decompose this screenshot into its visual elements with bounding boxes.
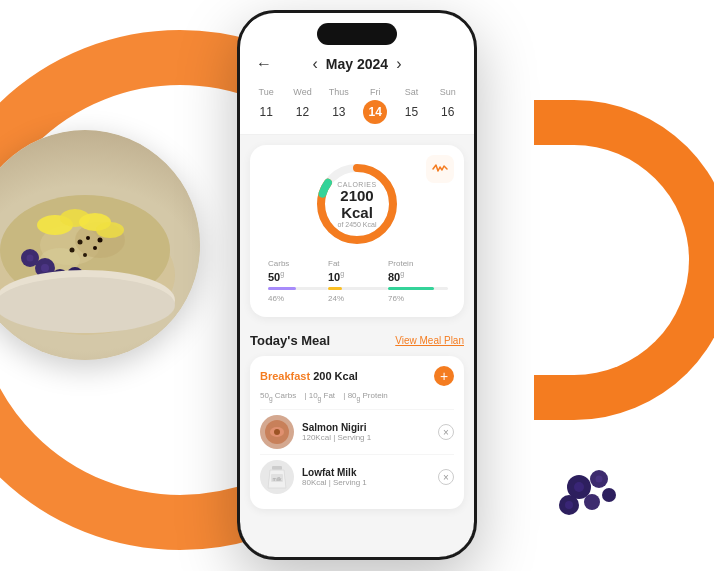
- meal-kcal-label: 200 Kcal: [313, 370, 358, 382]
- calendar-day-15[interactable]: Sat 15: [399, 87, 423, 124]
- svg-point-11: [70, 248, 75, 253]
- meal-type-label: Breakfast: [260, 370, 310, 382]
- carbs-value: 50g: [268, 270, 328, 283]
- add-meal-button[interactable]: +: [434, 366, 454, 386]
- svg-point-8: [96, 222, 124, 238]
- svg-text:milk: milk: [273, 476, 282, 482]
- fat-pct: 24%: [328, 294, 388, 303]
- svg-point-10: [86, 236, 90, 240]
- calendar-day-13[interactable]: Thus 13: [327, 87, 351, 124]
- protein-label: Protein: [388, 259, 448, 268]
- salmon-info: Salmon Nigiri 120Kcal | Serving 1: [302, 422, 430, 442]
- svg-point-20: [27, 255, 34, 262]
- svg-point-32: [602, 488, 616, 502]
- svg-point-12: [93, 246, 97, 250]
- svg-point-9: [78, 240, 83, 245]
- protein-bar: [388, 287, 434, 290]
- protein-pct: 76%: [388, 294, 448, 303]
- phone-scroll-content[interactable]: CALORIES 2100 Kcal of 2450 Kcal Carbs 50…: [240, 135, 474, 557]
- carbs-pct: 46%: [268, 294, 328, 303]
- protein-macro: Protein 80g 76%: [388, 259, 448, 303]
- month-year-label: May 2024: [326, 56, 388, 72]
- breakfast-header: Breakfast 200 Kcal +: [260, 366, 454, 386]
- next-month-button[interactable]: ›: [396, 55, 401, 73]
- svg-point-38: [274, 429, 280, 435]
- svg-point-14: [98, 238, 103, 243]
- meal-section: Today's Meal View Meal Plan Breakfast 20…: [240, 325, 474, 514]
- view-meal-plan-link[interactable]: View Meal Plan: [395, 335, 464, 346]
- breakfast-fat: | 10g Fat: [304, 391, 335, 400]
- svg-point-24: [0, 277, 175, 333]
- carbs-label: Carbs: [268, 259, 328, 268]
- svg-point-26: [574, 482, 584, 492]
- breakfast-macros: 50g Carbs | 10g Fat | 80g Protein: [260, 391, 454, 402]
- calories-sub: of 2450 Kcal: [335, 221, 380, 228]
- breakfast-protein: | 80g Protein: [343, 391, 387, 400]
- calendar-day-11[interactable]: Tue 11: [254, 87, 278, 124]
- salmon-icon: [260, 415, 294, 449]
- svg-point-13: [83, 253, 87, 257]
- milk-name: Lowfat Milk: [302, 467, 430, 478]
- meal-section-title: Today's Meal: [250, 333, 330, 348]
- back-button[interactable]: ←: [256, 55, 272, 73]
- breakfast-title: Breakfast 200 Kcal: [260, 370, 358, 382]
- milk-icon: milk: [260, 460, 294, 494]
- bg-arc-right: [534, 100, 714, 420]
- food-item-salmon: Salmon Nigiri 120Kcal | Serving 1 ×: [260, 409, 454, 454]
- breakfast-card: Breakfast 200 Kcal + 50g Carbs | 10g Fat…: [250, 356, 464, 510]
- calendar-week-row: Tue 11 Wed 12 Thus 13 Fri 14 Sat 15 Sun …: [240, 81, 474, 135]
- fat-bar: [328, 287, 342, 290]
- food-item-milk: milk Lowfat Milk 80Kcal | Serving 1 ×: [260, 454, 454, 499]
- milk-remove-button[interactable]: ×: [438, 469, 454, 485]
- prev-month-button[interactable]: ‹: [313, 55, 318, 73]
- calories-donut: CALORIES 2100 Kcal of 2450 Kcal: [264, 159, 450, 249]
- breakfast-carbs: 50g Carbs: [260, 391, 296, 400]
- fat-value: 10g: [328, 270, 388, 283]
- protein-value: 80g: [388, 270, 448, 283]
- carbs-bar: [268, 287, 296, 290]
- svg-point-16: [41, 264, 49, 272]
- svg-rect-39: [272, 466, 282, 470]
- calendar-day-16[interactable]: Sun 16: [436, 87, 460, 124]
- svg-point-28: [596, 476, 603, 483]
- svg-point-31: [584, 494, 600, 510]
- activity-icon[interactable]: [426, 155, 454, 183]
- food-bowl-image: [0, 130, 200, 360]
- macros-row: Carbs 50g 46% Fat 10g 24%: [264, 259, 450, 303]
- calories-card: CALORIES 2100 Kcal of 2450 Kcal Carbs 50…: [250, 145, 464, 317]
- calendar-day-14[interactable]: Fri 14: [363, 87, 387, 124]
- milk-info: Lowfat Milk 80Kcal | Serving 1: [302, 467, 430, 487]
- carbs-macro: Carbs 50g 46%: [268, 259, 328, 303]
- phone-frame: ← ‹ May 2024 › Tue 11 Wed 12 Thus 13 Fri…: [237, 10, 477, 560]
- salmon-name: Salmon Nigiri: [302, 422, 430, 433]
- blueberries-decoration: [554, 467, 634, 531]
- meal-header: Today's Meal View Meal Plan: [250, 333, 464, 348]
- svg-point-30: [565, 501, 573, 509]
- fat-label: Fat: [328, 259, 388, 268]
- calories-value: 2100 Kcal: [335, 188, 380, 221]
- dynamic-island: [317, 23, 397, 45]
- calendar-day-12[interactable]: Wed 12: [290, 87, 314, 124]
- milk-detail: 80Kcal | Serving 1: [302, 478, 430, 487]
- salmon-detail: 120Kcal | Serving 1: [302, 433, 430, 442]
- salmon-remove-button[interactable]: ×: [438, 424, 454, 440]
- phone-screen: ← ‹ May 2024 › Tue 11 Wed 12 Thus 13 Fri…: [240, 13, 474, 557]
- fat-macro: Fat 10g 24%: [328, 259, 388, 303]
